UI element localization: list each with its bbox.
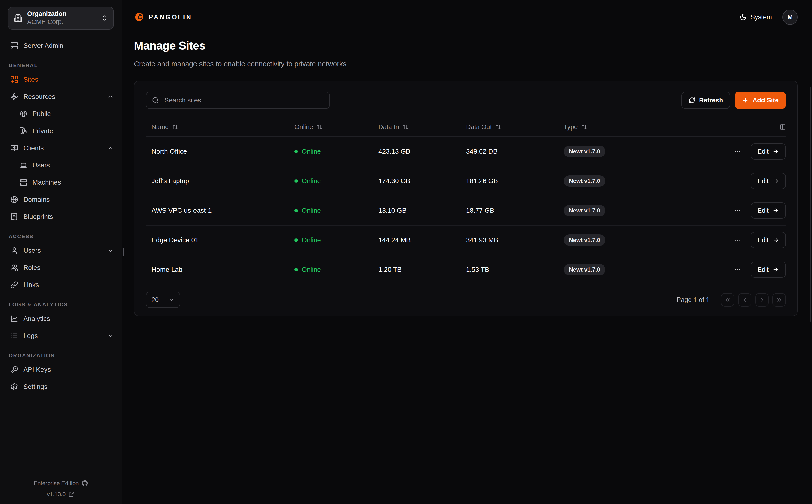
monitor-up-icon (10, 144, 18, 152)
sort-icon (495, 124, 501, 130)
row-actions: Edit (681, 173, 786, 189)
column-header-name[interactable]: Name (146, 123, 294, 131)
table-row: AWS VPC us-east-1 Online 13.10 GB 18.77 … (146, 196, 786, 226)
row-menu-button[interactable] (732, 235, 743, 246)
add-site-button[interactable]: Add Site (735, 92, 786, 109)
first-page-button[interactable] (721, 293, 734, 307)
brand[interactable]: PANGOLIN (134, 12, 192, 22)
page-size-value: 20 (152, 296, 159, 304)
sidebar-footer: Enterprise Edition v1.13.0 (8, 475, 114, 497)
theme-toggle[interactable]: System (740, 14, 772, 21)
site-data-out: 341.93 MB (466, 236, 564, 244)
sidebar-item-logs[interactable]: Logs (8, 329, 114, 343)
column-header-type[interactable]: Type (564, 123, 681, 131)
sidebar-item-roles[interactable]: Roles (8, 261, 114, 274)
sidebar-item-server-admin[interactable]: Server Admin (8, 39, 114, 52)
sidebar-item-links[interactable]: Links (8, 278, 114, 292)
row-menu-button[interactable] (732, 205, 743, 216)
row-menu-button[interactable] (732, 176, 743, 186)
sidebar-item-settings[interactable]: Settings (8, 380, 114, 393)
sidebar-item-sites[interactable]: Sites (8, 73, 114, 86)
site-type: Newt v1.7.0 (564, 264, 681, 275)
pagination: Page 1 of 1 (677, 293, 786, 307)
refresh-button[interactable]: Refresh (681, 92, 730, 109)
sort-icon (402, 124, 409, 130)
search-input[interactable] (163, 96, 324, 105)
plus-icon (742, 97, 749, 104)
site-data-out: 181.26 GB (466, 177, 564, 185)
version-label: v1.13.0 (47, 491, 66, 497)
prev-page-button[interactable] (738, 293, 751, 307)
edition-row[interactable]: Enterprise Edition (8, 480, 114, 486)
edit-button[interactable]: Edit (751, 232, 786, 248)
section-general: GENERAL (8, 62, 114, 69)
user-icon (10, 247, 18, 254)
version-row[interactable]: v1.13.0 (8, 491, 114, 497)
sidebar-item-client-users[interactable]: Users (20, 159, 114, 172)
topbar: PANGOLIN System M (134, 0, 798, 34)
column-header-data-in[interactable]: Data In (378, 123, 466, 131)
row-actions: Edit (681, 202, 786, 219)
globe-icon (10, 196, 18, 203)
sidebar-item-public[interactable]: Public (20, 107, 114, 121)
site-status: Online (294, 266, 378, 273)
next-page-button[interactable] (755, 293, 769, 307)
edit-button[interactable]: Edit (751, 143, 786, 160)
search-box[interactable] (146, 92, 330, 109)
sidebar-item-machines[interactable]: Machines (20, 176, 114, 189)
column-header-online[interactable]: Online (294, 123, 378, 131)
sidebar-item-label: Server Admin (23, 42, 63, 50)
server-icon (20, 179, 27, 186)
site-name: Edge Device 01 (146, 236, 294, 244)
column-header-actions (681, 124, 786, 130)
site-type: Newt v1.7.0 (564, 175, 681, 187)
sidebar-item-label: Roles (23, 264, 41, 272)
sidebar-item-users[interactable]: Users (8, 244, 114, 257)
card-toolbar: Refresh Add Site (146, 92, 786, 109)
site-type: Newt v1.7.0 (564, 234, 681, 246)
section-access: ACCESS (8, 233, 114, 240)
sidebar-item-private[interactable]: Private (20, 124, 114, 138)
columns-toggle-button[interactable] (780, 124, 786, 130)
site-data-in: 423.13 GB (378, 148, 466, 155)
pangolin-logo-icon (134, 12, 144, 22)
row-actions: Edit (681, 262, 786, 278)
type-badge: Newt v1.7.0 (564, 234, 605, 246)
sidebar-item-domains[interactable]: Domains (8, 193, 114, 206)
sidebar-item-clients[interactable]: Clients (8, 141, 114, 155)
page-size-select[interactable]: 20 (146, 292, 180, 308)
type-badge: Newt v1.7.0 (564, 205, 605, 216)
row-menu-button[interactable] (732, 146, 743, 157)
org-selector-label: Organization (27, 10, 96, 18)
online-dot (294, 179, 298, 183)
table-row: Edge Device 01 Online 144.24 MB 341.93 M… (146, 226, 786, 255)
site-name: North Office (146, 148, 294, 155)
sort-icon (316, 124, 323, 130)
edit-button[interactable]: Edit (751, 202, 786, 219)
chevron-up-icon (107, 145, 114, 151)
row-menu-button[interactable] (732, 264, 743, 275)
sidebar-item-resources[interactable]: Resources (8, 90, 114, 103)
sidebar-item-label: Users (32, 161, 50, 169)
avatar[interactable]: M (782, 10, 798, 25)
row-actions: Edit (681, 232, 786, 248)
sidebar-item-label: Blueprints (23, 213, 53, 221)
users-icon (10, 264, 18, 272)
section-organization: ORGANIZATION (8, 353, 114, 359)
edit-button[interactable]: Edit (751, 262, 786, 278)
sidebar-item-api-keys[interactable]: API Keys (8, 363, 114, 376)
sites-card: Refresh Add Site Name Online (134, 81, 798, 316)
clients-sublist: Users Machines (10, 157, 114, 191)
sidebar-item-blueprints[interactable]: Blueprints (8, 210, 114, 223)
site-data-in: 13.10 GB (378, 207, 466, 214)
sidebar-item-label: Public (32, 110, 51, 118)
site-type: Newt v1.7.0 (564, 205, 681, 216)
column-header-data-out[interactable]: Data Out (466, 123, 564, 131)
org-selector[interactable]: Organization ACME Corp. (8, 7, 114, 30)
edit-button[interactable]: Edit (751, 173, 786, 189)
sidebar-item-analytics[interactable]: Analytics (8, 312, 114, 325)
last-page-button[interactable] (772, 293, 786, 307)
waypoints-icon (10, 93, 18, 101)
site-data-in: 174.30 GB (378, 177, 466, 185)
online-dot (294, 238, 298, 242)
